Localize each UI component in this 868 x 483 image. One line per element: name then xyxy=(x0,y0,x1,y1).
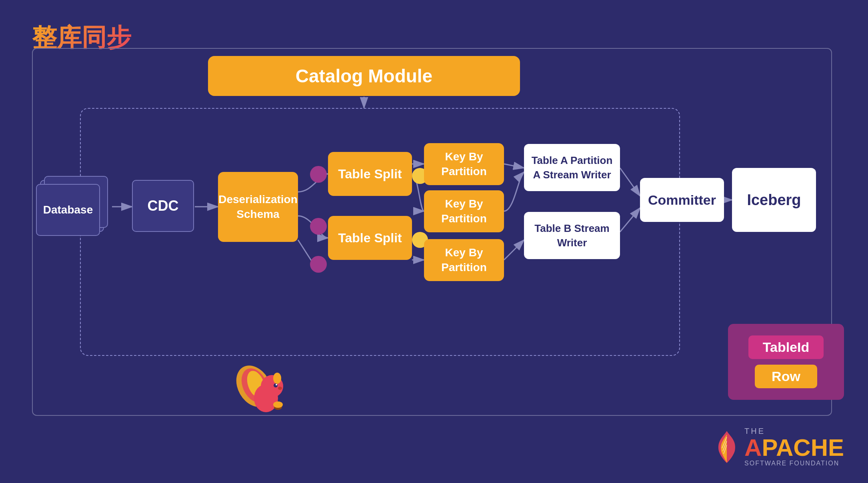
catalog-module-label: Catalog Module xyxy=(296,65,432,87)
key-by-partition-2-label: Key ByPartition xyxy=(441,197,487,226)
key-by-partition-3-box: Key ByPartition xyxy=(424,239,504,281)
iceberg-label: Iceberg xyxy=(747,192,801,209)
committer-box: Committer xyxy=(640,178,724,222)
tableid-outer-box: TableId Row xyxy=(728,324,844,400)
table-a-stream-writer-label: Table A Partition A Stream Writer xyxy=(528,153,616,182)
key-by-partition-2-box: Key ByPartition xyxy=(424,190,504,232)
tableid-label: TableId xyxy=(763,339,810,355)
catalog-module-box: Catalog Module xyxy=(208,56,520,96)
deserialization-label: DeserializationSchema xyxy=(218,192,298,222)
squirrel-mascot xyxy=(234,362,286,421)
apache-sub-label: SOFTWARE FOUNDATION xyxy=(744,460,839,467)
table-split-1-label: Table Split xyxy=(338,167,402,182)
apache-feather-icon xyxy=(715,429,739,465)
svg-point-17 xyxy=(273,373,281,384)
table-split-1-box: Table Split xyxy=(328,152,412,196)
apache-name-label: APACHE xyxy=(744,436,844,460)
cdc-label: CDC xyxy=(148,198,179,214)
table-split-2-box: Table Split xyxy=(328,216,412,260)
row-box: Row xyxy=(755,365,817,388)
database-box: Database xyxy=(36,184,100,236)
svg-point-19 xyxy=(276,384,277,385)
committer-label: Committer xyxy=(648,192,716,208)
dot-purple-2 xyxy=(310,218,327,235)
row-label: Row xyxy=(772,369,800,384)
table-b-stream-writer-box: Table B Stream Writer xyxy=(524,212,620,259)
key-by-partition-1-label: Key ByPartition xyxy=(441,150,487,179)
apache-text-group: THE APACHE SOFTWARE FOUNDATION xyxy=(744,427,844,467)
key-by-partition-1-box: Key ByPartition xyxy=(424,143,504,185)
key-by-partition-3-label: Key ByPartition xyxy=(441,245,487,275)
deserialization-box: DeserializationSchema xyxy=(218,172,298,242)
svg-point-18 xyxy=(274,383,278,387)
database-label: Database xyxy=(43,204,93,216)
table-b-stream-writer-label: Table B Stream Writer xyxy=(528,221,616,250)
apache-logo: THE APACHE SOFTWARE FOUNDATION xyxy=(715,427,844,467)
svg-point-20 xyxy=(278,387,282,390)
tableid-box: TableId xyxy=(748,335,824,359)
iceberg-box: Iceberg xyxy=(732,168,816,232)
dot-purple-3 xyxy=(310,256,327,273)
svg-point-22 xyxy=(273,401,283,408)
table-split-2-label: Table Split xyxy=(338,231,402,245)
table-a-stream-writer-box: Table A Partition A Stream Writer xyxy=(524,144,620,191)
cdc-box: CDC xyxy=(132,180,194,232)
dot-purple-1 xyxy=(310,166,327,183)
